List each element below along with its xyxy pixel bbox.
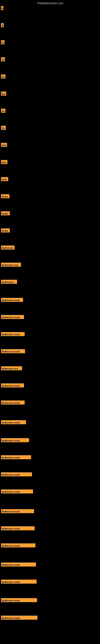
bar-row: Bottleneck result [1, 384, 24, 388]
bar-label: B [1, 23, 4, 27]
bar-label: Bottleneck result [1, 490, 33, 494]
bar-label: Bott [1, 160, 7, 164]
bar-label: Bottleneck [1, 246, 15, 250]
bar-label: Bo [1, 126, 6, 130]
bar-label: Bottleneck result [1, 420, 26, 424]
bar-label: Bottleneck result [1, 472, 32, 476]
bar-row: Bottleneck result [1, 315, 24, 320]
bar-label: Bottle [1, 228, 10, 232]
bar-row: Bottleneck result [1, 580, 37, 584]
bar-label: Bottleneck result [1, 455, 31, 459]
bar-label: Bottle [1, 194, 9, 198]
bar-row: B [1, 23, 4, 28]
bar-row: Bottle [1, 194, 9, 199]
bar-label: Bottleneck result [1, 526, 35, 530]
bar-row: Bot [1, 92, 6, 96]
bar-row: Bo [1, 40, 4, 45]
bar-row: Bottleneck result [1, 509, 34, 514]
bar-label: Bottleneck result [1, 349, 25, 353]
bar-row: Bottle [1, 228, 10, 233]
bar-label: Bottleneck result [1, 544, 35, 548]
bar-row: Bottleneck result [1, 616, 37, 620]
bar-row: Bottleneck resu [1, 263, 21, 268]
bar-label: Bottleneck result [1, 580, 37, 584]
bar-row: Bottleneck result [1, 420, 26, 425]
bar-row: Bo [1, 74, 5, 79]
bar-label: Bo [1, 74, 5, 78]
bar-label: Bottleneck result [1, 616, 37, 620]
bar-row: Bottleneck result [1, 332, 25, 337]
bar-label: Bottleneck result [1, 562, 36, 566]
bar-label: Bo [1, 57, 5, 62]
bar-row: Bott [1, 160, 7, 165]
bar-label: Bo [1, 40, 4, 44]
bar-row: Bottleneck result [1, 455, 31, 460]
bar-label: Bottleneck resu [1, 366, 22, 370]
bar-row: Bottle [1, 211, 10, 216]
bar-label: Bottleneck result [1, 332, 25, 336]
bar-label: B [1, 6, 3, 10]
bar-label: Bottleneck resu [1, 263, 21, 267]
bar-row: Bottleneck [1, 246, 15, 250]
bar-label: Bo [1, 109, 5, 113]
bar-row: Bottleneck result [1, 526, 35, 531]
bar-label: Bottleneck result [1, 598, 37, 602]
bar-label: Bot [1, 92, 6, 96]
bar-row: Bott [1, 143, 7, 148]
bar-row: Bottleneck result [1, 562, 36, 567]
site-title: TheBottlenecker.com [0, 0, 100, 6]
bar-label: Bottleneck r [1, 280, 17, 284]
bar-label: Bottleneck result [1, 315, 24, 319]
bar-row: Bottl [1, 177, 8, 182]
bar-row: Bottleneck result [1, 490, 33, 494]
bar-row: Bottleneck result [1, 598, 37, 603]
bar-label: Bottleneck result [1, 298, 23, 302]
bar-label: Bottle [1, 211, 10, 215]
bar-row: Bottleneck resu [1, 366, 22, 371]
bar-label: Bottleneck result [1, 509, 34, 513]
bar-row: Bottleneck result [1, 472, 32, 477]
bar-row: Bottleneck r [1, 280, 17, 284]
bar-row: Bo [1, 57, 5, 62]
bar-row: Bottleneck result [1, 298, 23, 303]
bar-label: Bott [1, 143, 7, 147]
bar-row: Bo [1, 126, 6, 130]
bar-label: Bottleneck result [1, 384, 24, 388]
bar-row: Bottleneck result [1, 438, 29, 443]
bar-label: Bottleneck result [1, 400, 25, 404]
bar-row: Bo [1, 109, 5, 114]
bar-row: Bottleneck result [1, 544, 35, 548]
bar-row: Bottleneck result [1, 349, 25, 354]
bar-label: Bottl [1, 177, 8, 181]
bar-row: Bottleneck result [1, 400, 25, 405]
bar-row: B [1, 6, 3, 11]
bar-label: Bottleneck result [1, 438, 29, 442]
